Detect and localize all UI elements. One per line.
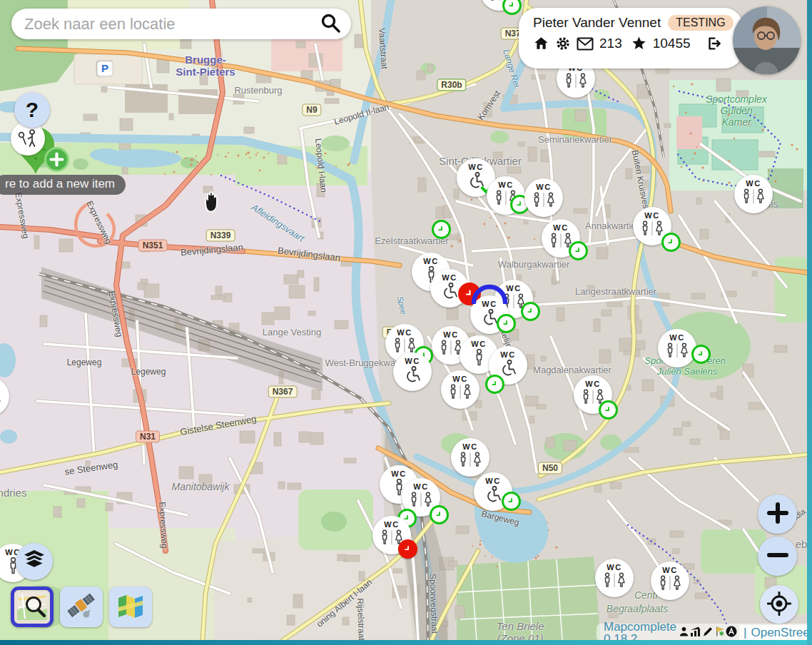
logout-icon[interactable] xyxy=(705,36,722,51)
mail-icon[interactable] xyxy=(577,37,594,51)
marker-label: WC xyxy=(462,443,477,451)
map-marker-toilet[interactable]: WC xyxy=(487,176,525,215)
folded-map-icon xyxy=(116,592,145,621)
marker-label: WC xyxy=(669,334,684,342)
opening-hours-badge xyxy=(599,400,618,420)
user-avatar[interactable] xyxy=(733,6,801,74)
map-marker-toilet[interactable]: WC xyxy=(0,377,9,416)
map-marker-toilet[interactable]: WC xyxy=(734,175,773,213)
male-female-icon xyxy=(640,220,664,240)
wheelchair-icon xyxy=(402,366,422,387)
male-female-icon xyxy=(741,188,766,208)
opening-hours-badge xyxy=(398,539,417,559)
male-female-icon xyxy=(458,452,482,472)
edit-icon[interactable] xyxy=(702,626,714,640)
marker-label: WC xyxy=(413,483,428,491)
layers-button[interactable] xyxy=(16,543,53,580)
male-icon xyxy=(473,349,485,370)
zoom-in-button[interactable] xyxy=(758,494,797,534)
help-button[interactable]: ? xyxy=(14,92,50,128)
map-marker-toilet[interactable]: WC xyxy=(658,329,696,367)
add-plus-icon xyxy=(44,147,69,172)
marker-label: WC xyxy=(553,224,568,232)
marker-label: WC xyxy=(506,285,521,293)
basemap-osm-button[interactable] xyxy=(11,586,54,627)
opening-hours-badge xyxy=(502,492,521,511)
marker-label: WC xyxy=(482,300,497,308)
star-count: 10455 xyxy=(653,36,691,51)
page-edge-right xyxy=(807,0,812,645)
basemap-switcher xyxy=(11,586,152,627)
osm-map-search-icon xyxy=(17,592,47,622)
crosshair-icon xyxy=(767,591,791,618)
marker-label: WC xyxy=(644,212,659,220)
marker-label: WC xyxy=(485,477,500,485)
map-marker-toilet[interactable]: WC xyxy=(480,0,519,11)
star-icon xyxy=(631,36,647,51)
add-item-tooltip: re to add a new item xyxy=(0,175,126,195)
zoom-out-button[interactable] xyxy=(758,537,797,576)
gear-icon[interactable] xyxy=(555,36,571,51)
marker-label: WC xyxy=(443,331,458,339)
marker-label: WC xyxy=(536,183,551,191)
search-bar[interactable] xyxy=(11,9,351,39)
marker-label: WC xyxy=(498,181,513,189)
male-female-icon xyxy=(0,391,2,411)
satellite-icon xyxy=(66,592,96,622)
geolocate-button[interactable] xyxy=(760,585,798,624)
plus-icon xyxy=(767,502,788,526)
map-marker-toilet[interactable]: WC xyxy=(451,438,489,477)
osm-link[interactable]: OpenStreetMap xyxy=(751,626,812,639)
map-marker-toilet[interactable]: WC xyxy=(524,178,563,217)
wheelchair-icon xyxy=(440,283,460,303)
basemap-map-button[interactable] xyxy=(109,586,152,627)
marker-label: WC xyxy=(405,357,420,365)
marker-label: WC xyxy=(423,258,438,265)
marker-label: WC xyxy=(585,380,600,388)
layers-icon xyxy=(23,550,46,574)
map-marker-toilet[interactable]: WC xyxy=(651,562,689,600)
map-marker-toilet[interactable]: WC xyxy=(470,295,509,334)
map-marker-toilet[interactable]: WC xyxy=(595,559,634,597)
map-canvas[interactable]: Brugge- Sint-PietersRustenburgVaartstraa… xyxy=(0,0,807,640)
opening-hours-badge xyxy=(661,233,681,252)
marker-label: WC xyxy=(452,375,467,383)
attribution-divider: | xyxy=(744,626,746,639)
male-female-icon xyxy=(448,384,472,404)
male-female-icon xyxy=(532,192,556,212)
opening-hours-badge xyxy=(502,0,522,15)
map-marker-toilet[interactable]: WC xyxy=(542,219,580,258)
marker-label: WC xyxy=(662,567,677,574)
user-name: Pieter Vander Vennet xyxy=(533,15,661,31)
male-female-icon xyxy=(602,572,626,592)
search-input[interactable] xyxy=(23,14,320,34)
map-markers-layer: WCWCWCWCWCWCWCWCWCWCWCWCWCWCWCWCWCWCWCWC… xyxy=(0,0,807,640)
marker-label: WC xyxy=(391,470,406,478)
theme-icon xyxy=(714,626,725,640)
opening-hours-badge[interactable] xyxy=(432,220,451,239)
male-female-icon xyxy=(665,342,689,362)
opening-hours-badge[interactable] xyxy=(430,505,449,524)
page-edge-bottom xyxy=(0,640,807,645)
basemap-satellite-button[interactable] xyxy=(60,586,103,627)
map-marker-toilet[interactable]: WC xyxy=(441,370,479,409)
map-marker-toilet[interactable]: WC xyxy=(372,516,411,554)
map-marker-toilet[interactable]: WC xyxy=(474,472,512,511)
map-marker-toilet[interactable]: WC xyxy=(633,207,671,245)
marker-label: WC xyxy=(397,329,412,337)
message-count: 213 xyxy=(599,36,622,51)
male-female-icon xyxy=(658,575,682,595)
license-icon[interactable] xyxy=(726,626,737,640)
map-marker-toilet[interactable]: WC xyxy=(430,269,469,308)
contributors-icon[interactable] xyxy=(679,626,689,640)
user-panel[interactable]: Pieter Vander Vennet TESTING 213 xyxy=(519,8,743,68)
search-icon[interactable] xyxy=(320,12,341,36)
map-marker-toilet[interactable]: WC xyxy=(393,352,432,391)
help-button-label: ? xyxy=(26,98,39,122)
marker-label: WC xyxy=(468,163,483,171)
map-marker-toilet[interactable]: WC xyxy=(489,346,527,385)
map-marker-toilet[interactable]: WC xyxy=(574,375,612,414)
statistics-icon[interactable] xyxy=(690,626,701,640)
home-icon[interactable] xyxy=(533,36,549,51)
opening-hours-badge xyxy=(485,375,504,394)
